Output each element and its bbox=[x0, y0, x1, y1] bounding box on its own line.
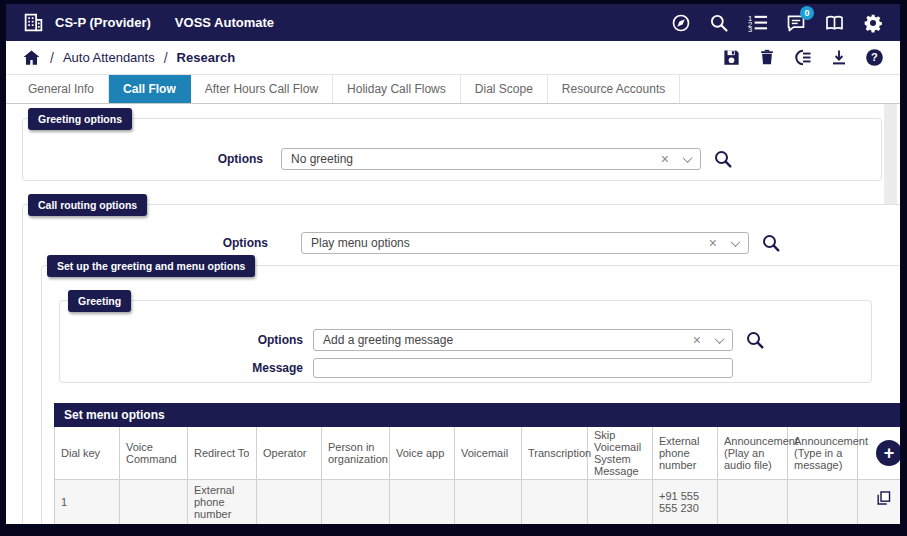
numbered-list-icon[interactable]: 123 bbox=[747, 13, 768, 32]
col-dial-key: Dial key bbox=[55, 427, 120, 480]
search-icon[interactable] bbox=[709, 13, 729, 33]
greeting-options-label: Options bbox=[23, 152, 263, 166]
settings-gear-icon[interactable] bbox=[863, 13, 883, 33]
table-header-row: Dial key Voice Command Redirect To Opera… bbox=[55, 427, 901, 480]
organization-building-icon bbox=[23, 12, 44, 33]
cell-operator bbox=[257, 480, 322, 525]
svg-text:3: 3 bbox=[748, 25, 752, 32]
tab-dial-scope[interactable]: Dial Scope bbox=[461, 75, 548, 103]
hierarchy-org-label[interactable]: CS-P (Provider) bbox=[55, 15, 151, 30]
set-menu-options-table: Set menu options Dial key bbox=[54, 403, 900, 524]
cell-voicemail bbox=[455, 480, 522, 525]
setup-greeting-menu-panel: Set up the greeting and menu options Gre… bbox=[41, 265, 900, 524]
col-announcement-message: Announcement (Type in a message) bbox=[788, 427, 858, 480]
chevron-down-icon[interactable] bbox=[715, 334, 725, 344]
tab-resource-accounts[interactable]: Resource Accounts bbox=[548, 75, 680, 103]
call-routing-options-panel-title: Call routing options bbox=[28, 194, 147, 216]
add-menu-option-button[interactable]: + bbox=[876, 440, 900, 466]
cell-skip-voicemail-system-message bbox=[588, 480, 653, 525]
col-transcription: Transcription bbox=[522, 427, 588, 480]
greeting-options-panel: Greeting options Options No greeting × bbox=[22, 118, 882, 181]
col-external-phone-number: External phone number bbox=[653, 427, 718, 480]
app-title: VOSS Automate bbox=[175, 15, 274, 30]
call-routing-search-icon[interactable] bbox=[762, 234, 780, 252]
home-icon[interactable] bbox=[22, 48, 41, 67]
top-navigation-bar: CS-P (Provider) VOSS Automate 123 0 bbox=[6, 4, 900, 41]
greeting-message-options-dropdown[interactable]: Add a greeting message × bbox=[313, 329, 733, 351]
clear-selection-icon[interactable]: × bbox=[693, 333, 701, 347]
clear-selection-icon[interactable]: × bbox=[661, 152, 669, 166]
messages-chat-icon[interactable]: 0 bbox=[786, 13, 806, 33]
table-row[interactable]: 1 External phone number +91 555 bbox=[55, 480, 901, 525]
col-skip-voicemail-system-message: Skip Voicemail System Message bbox=[588, 427, 653, 480]
greeting-options-search-icon[interactable] bbox=[714, 150, 732, 168]
greeting-options-selected-value: No greeting bbox=[291, 152, 661, 166]
cell-transcription bbox=[522, 480, 588, 525]
vertical-scrollbar[interactable] bbox=[884, 104, 897, 204]
greeting-options-panel-title: Greeting options bbox=[28, 108, 132, 130]
svg-text:?: ? bbox=[871, 51, 878, 63]
cell-dial-key: 1 bbox=[55, 480, 120, 525]
set-menu-options-title: Set menu options bbox=[54, 403, 900, 427]
breadcrumb-separator: / bbox=[50, 50, 54, 66]
setup-greeting-menu-panel-title: Set up the greeting and menu options bbox=[47, 255, 255, 277]
breadcrumb: / Auto Attendants / Research ? bbox=[6, 41, 900, 75]
cell-announcement-message bbox=[788, 480, 858, 525]
col-voice-command: Voice Command bbox=[120, 427, 188, 480]
tab-after-hours-call-flow[interactable]: After Hours Call Flow bbox=[191, 75, 333, 103]
message-input[interactable] bbox=[313, 358, 733, 378]
greeting-options-dropdown[interactable]: No greeting × bbox=[281, 148, 701, 170]
cell-external-phone-number: +91 555 555 230 bbox=[653, 480, 718, 525]
explore-compass-icon[interactable] bbox=[671, 13, 691, 33]
call-routing-options-label: Options bbox=[23, 236, 268, 250]
call-routing-options-dropdown[interactable]: Play menu options × bbox=[301, 232, 749, 254]
clear-selection-icon[interactable]: × bbox=[709, 236, 717, 250]
row-action-icons bbox=[875, 489, 900, 507]
call-routing-options-panel: Call routing options Options Play menu o… bbox=[22, 204, 900, 524]
cell-announcement-audio bbox=[718, 480, 788, 525]
help-icon[interactable]: ? bbox=[865, 48, 884, 67]
copy-row-icon[interactable] bbox=[875, 489, 892, 507]
breadcrumb-auto-attendants[interactable]: Auto Attendants bbox=[63, 50, 155, 65]
col-operator: Operator bbox=[257, 427, 322, 480]
col-person-in-organization: Person in organization bbox=[322, 427, 390, 480]
cell-voice-command bbox=[120, 480, 188, 525]
voss-automate-window: CS-P (Provider) VOSS Automate 123 0 bbox=[6, 4, 900, 524]
topbar-icon-group: 123 0 bbox=[671, 13, 883, 33]
chevron-down-icon[interactable] bbox=[683, 153, 693, 163]
app-window: CS-P (Provider) VOSS Automate 123 0 bbox=[0, 0, 907, 536]
tab-general-info[interactable]: General Info bbox=[14, 75, 109, 103]
greeting-subpanel-title: Greeting bbox=[68, 290, 131, 312]
call-routing-selected-value: Play menu options bbox=[311, 236, 709, 250]
col-announcement-audio: Announcement (Play an audio file) bbox=[718, 427, 788, 480]
breadcrumb-current-page: Research bbox=[177, 50, 236, 65]
greeting-message-options-label: Options bbox=[60, 333, 303, 347]
message-label: Message bbox=[60, 361, 303, 375]
col-voice-app: Voice app bbox=[390, 427, 455, 480]
transaction-log-icon[interactable] bbox=[793, 48, 813, 67]
col-redirect-to: Redirect To bbox=[188, 427, 257, 480]
greeting-message-search-icon[interactable] bbox=[746, 331, 764, 349]
col-voicemail: Voicemail bbox=[455, 427, 522, 480]
cell-redirect-to: External phone number bbox=[188, 480, 257, 525]
greeting-message-selected-value: Add a greeting message bbox=[323, 333, 693, 347]
cell-person-in-organization bbox=[322, 480, 390, 525]
page-action-icons: ? bbox=[722, 48, 884, 67]
chat-count-badge: 0 bbox=[800, 6, 814, 20]
chevron-down-icon[interactable] bbox=[731, 237, 741, 247]
breadcrumb-separator: / bbox=[164, 50, 168, 66]
greeting-subpanel: Greeting Options Add a greeting message … bbox=[59, 300, 872, 383]
cell-voice-app bbox=[390, 480, 455, 525]
tab-bar: General Info Call Flow After Hours Call … bbox=[6, 75, 900, 104]
save-icon[interactable] bbox=[722, 48, 741, 67]
tab-content-call-flow: Greeting options Options No greeting × C… bbox=[6, 104, 900, 524]
documentation-book-icon[interactable] bbox=[824, 13, 845, 33]
delete-icon[interactable] bbox=[758, 48, 776, 67]
tab-holiday-call-flows[interactable]: Holiday Call Flows bbox=[333, 75, 461, 103]
export-download-icon[interactable] bbox=[830, 48, 848, 67]
tab-call-flow[interactable]: Call Flow bbox=[109, 75, 191, 103]
